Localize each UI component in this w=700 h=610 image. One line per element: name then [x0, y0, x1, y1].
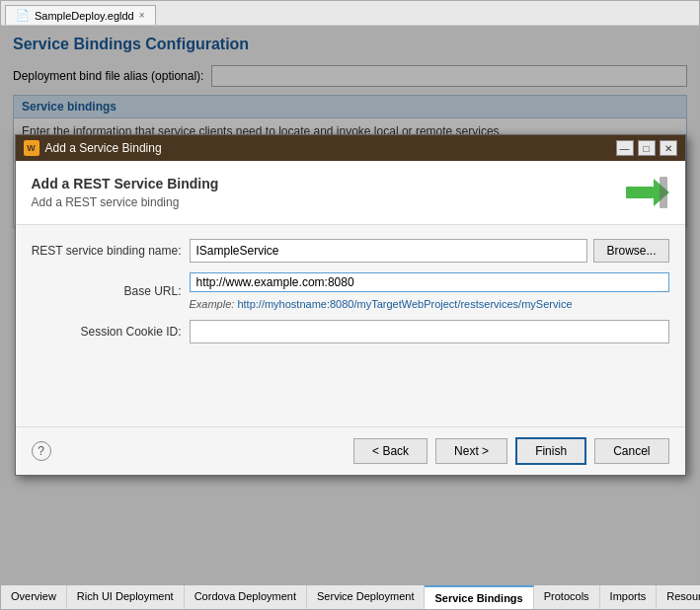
- modal-title-label: Add a Service Binding: [45, 141, 610, 155]
- modal-footer: ? < Back Next > Finish Cancel: [16, 426, 685, 475]
- tab-cordova[interactable]: Cordova Deployment: [185, 585, 307, 609]
- modal-overlay: W Add a Service Binding — □ ✕ Add a REST…: [1, 26, 699, 584]
- session-cookie-input[interactable]: [190, 320, 669, 343]
- example-text: Example: http://myhostname:8080/myTarget…: [190, 298, 669, 310]
- modal-title-icon: W: [24, 140, 39, 156]
- title-bar: 📄 SampleDeploy.egldd ×: [1, 1, 699, 26]
- rest-name-label: REST service binding name:: [32, 244, 190, 258]
- restore-button[interactable]: □: [638, 140, 656, 156]
- rest-arrow-icon: [622, 173, 669, 212]
- tab-protocols[interactable]: Protocols: [534, 585, 600, 609]
- modal-form: REST service binding name: Browse... Bas…: [16, 225, 685, 426]
- modal-header-subtitle: Add a REST service binding: [32, 195, 219, 209]
- base-url-label: Base URL:: [32, 284, 190, 298]
- example-label: Example:: [190, 298, 235, 310]
- tab-label: SampleDeploy.egldd: [35, 10, 134, 22]
- base-url-input[interactable]: [190, 272, 669, 292]
- rest-name-input[interactable]: [190, 239, 588, 263]
- add-service-binding-dialog: W Add a Service Binding — □ ✕ Add a REST…: [15, 134, 686, 476]
- finish-button[interactable]: Finish: [515, 437, 586, 465]
- tab-service-deployment[interactable]: Service Deployment: [307, 585, 425, 609]
- rest-name-row: REST service binding name: Browse...: [32, 239, 669, 263]
- content-area: Service Bindings Configuration Deploymen…: [1, 26, 699, 584]
- close-tab-icon[interactable]: ×: [139, 10, 145, 21]
- title-tab[interactable]: 📄 SampleDeploy.egldd ×: [5, 5, 156, 25]
- base-url-row: Base URL: Example: http://myhostname:808…: [32, 272, 669, 310]
- session-cookie-label: Session Cookie ID:: [32, 325, 190, 339]
- base-url-area: Example: http://myhostname:8080/myTarget…: [190, 272, 669, 310]
- tab-imports[interactable]: Imports: [600, 585, 658, 609]
- modal-header-icon: [622, 173, 669, 212]
- modal-header-area: Add a REST Service Binding Add a REST se…: [16, 161, 685, 225]
- tab-icon: 📄: [16, 9, 30, 22]
- modal-header-text: Add a REST Service Binding Add a REST se…: [32, 176, 219, 209]
- tab-service-bindings[interactable]: Service Bindings: [425, 585, 533, 609]
- modal-controls: — □ ✕: [616, 140, 677, 156]
- tab-overview[interactable]: Overview: [1, 585, 67, 609]
- help-button[interactable]: ?: [32, 441, 51, 461]
- session-cookie-row: Session Cookie ID:: [32, 320, 669, 343]
- back-button[interactable]: < Back: [353, 438, 428, 464]
- browse-button[interactable]: Browse...: [593, 239, 668, 263]
- modal-spacer: [32, 353, 669, 413]
- example-url: http://myhostname:8080/myTargetWebProjec…: [237, 298, 572, 310]
- next-button[interactable]: Next >: [435, 438, 507, 464]
- close-button[interactable]: ✕: [660, 140, 677, 156]
- cancel-button[interactable]: Cancel: [594, 438, 668, 464]
- tab-rich-ui[interactable]: Rich UI Deployment: [67, 585, 185, 609]
- modal-header-title: Add a REST Service Binding: [32, 176, 219, 191]
- modal-titlebar: W Add a Service Binding — □ ✕: [16, 135, 685, 161]
- main-window: 📄 SampleDeploy.egldd × Service Bindings …: [0, 0, 700, 610]
- minimize-button[interactable]: —: [616, 140, 634, 156]
- tab-resources[interactable]: Resources: [657, 585, 700, 609]
- bottom-tabs: Overview Rich UI Deployment Cordova Depl…: [1, 584, 699, 609]
- svg-rect-2: [660, 177, 667, 208]
- svg-rect-0: [626, 187, 654, 198]
